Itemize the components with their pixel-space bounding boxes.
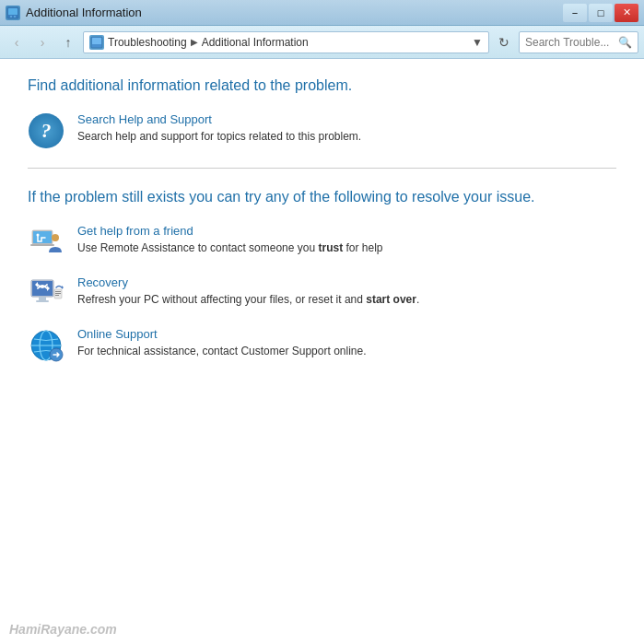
main-heading: Find additional information related to t… bbox=[28, 77, 616, 94]
section-divider bbox=[28, 168, 616, 169]
svg-rect-22 bbox=[55, 295, 59, 296]
svg-rect-15 bbox=[39, 297, 46, 300]
recovery-post: . bbox=[416, 293, 419, 306]
minimize-button[interactable]: − bbox=[563, 4, 587, 22]
title-bar: Additional Information − □ ✕ bbox=[0, 0, 644, 26]
recovery-pre: Refresh your PC without affecting your f… bbox=[77, 293, 366, 306]
main-content: Find additional information related to t… bbox=[0, 59, 644, 644]
recovery-icon-container bbox=[28, 275, 64, 312]
get-help-post: for help bbox=[343, 241, 382, 254]
refresh-button[interactable]: ↻ bbox=[493, 31, 515, 53]
breadcrumb-current: Additional Information bbox=[202, 36, 309, 49]
search-help-description: Search help and support for topics relat… bbox=[77, 128, 361, 145]
search-help-desc-text: Search help and support for topics relat… bbox=[77, 130, 361, 143]
svg-point-3 bbox=[10, 16, 12, 18]
get-help-trust: trust bbox=[318, 241, 343, 254]
svg-point-11 bbox=[52, 234, 59, 241]
svg-rect-20 bbox=[55, 291, 61, 292]
address-bar: Troubleshooting ▶ Additional Information… bbox=[83, 31, 489, 53]
globe-icon bbox=[29, 328, 64, 363]
address-icon bbox=[89, 35, 104, 50]
search-help-icon: ? bbox=[28, 112, 64, 149]
app-icon bbox=[6, 6, 20, 20]
svg-marker-23 bbox=[62, 286, 64, 289]
online-support-icon-container bbox=[28, 327, 64, 364]
breadcrumb-arrow: ▶ bbox=[191, 37, 198, 47]
section-search: ? Search Help and Support Search help an… bbox=[28, 112, 616, 149]
back-button[interactable]: ‹ bbox=[6, 31, 28, 53]
item-row-recovery: Recovery Refresh your PC without affecti… bbox=[28, 275, 616, 312]
up-button[interactable]: ↑ bbox=[57, 31, 79, 53]
search-input[interactable] bbox=[525, 36, 615, 49]
recovery-content: Recovery Refresh your PC without affecti… bbox=[77, 275, 419, 308]
svg-point-4 bbox=[14, 16, 16, 18]
svg-rect-1 bbox=[8, 8, 18, 15]
svg-rect-16 bbox=[36, 300, 49, 302]
search-button[interactable]: 🔍 bbox=[618, 36, 632, 49]
section2-heading: If the problem still exists you can try … bbox=[28, 187, 616, 207]
item-row-online-support: Online Support For technical assistance,… bbox=[28, 327, 616, 364]
svg-rect-21 bbox=[55, 293, 61, 294]
online-support-link[interactable]: Online Support bbox=[77, 327, 367, 341]
svg-rect-6 bbox=[92, 38, 101, 44]
nav-bar: ‹ › ↑ Troubleshooting ▶ Additional Infor… bbox=[0, 26, 644, 59]
address-dropdown-button[interactable]: ▼ bbox=[472, 36, 483, 49]
recovery-link[interactable]: Recovery bbox=[77, 275, 419, 289]
window-title: Additional Information bbox=[26, 6, 142, 19]
get-help-link[interactable]: Get help from a friend bbox=[77, 224, 383, 238]
search-box: 🔍 bbox=[519, 31, 638, 53]
item-row-search-help: ? Search Help and Support Search help an… bbox=[28, 112, 616, 149]
svg-rect-2 bbox=[8, 16, 18, 18]
search-help-content: Search Help and Support Search help and … bbox=[77, 112, 361, 145]
item-row-get-help: Get help from a friend Use Remote Assist… bbox=[28, 224, 616, 261]
svg-rect-10 bbox=[30, 244, 54, 246]
online-support-pre: For technical assistance, contact Custom… bbox=[77, 345, 367, 357]
maximize-button[interactable]: □ bbox=[589, 4, 613, 22]
section-additional: If the problem still exists you can try … bbox=[28, 187, 616, 364]
get-help-content: Get help from a friend Use Remote Assist… bbox=[77, 224, 383, 256]
breadcrumb-parent: Troubleshooting bbox=[108, 36, 187, 49]
svg-point-12 bbox=[37, 234, 40, 237]
get-help-description: Use Remote Assistance to contact someone… bbox=[77, 240, 383, 256]
search-help-link[interactable]: Search Help and Support bbox=[77, 112, 361, 126]
online-support-content: Online Support For technical assistance,… bbox=[77, 327, 367, 359]
forward-button[interactable]: › bbox=[31, 31, 53, 53]
recovery-trust: start over bbox=[366, 293, 416, 306]
get-help-icon bbox=[28, 224, 64, 261]
online-support-description: For technical assistance, contact Custom… bbox=[77, 343, 367, 359]
recovery-icon bbox=[29, 276, 64, 311]
window-controls: − □ ✕ bbox=[563, 4, 638, 22]
title-bar-left: Additional Information bbox=[6, 6, 142, 20]
remote-assistance-icon bbox=[29, 225, 64, 260]
svg-rect-7 bbox=[92, 45, 101, 47]
recovery-description: Refresh your PC without affecting your f… bbox=[77, 291, 419, 308]
question-mark-icon: ? bbox=[29, 113, 64, 148]
close-button[interactable]: ✕ bbox=[615, 4, 638, 22]
get-help-pre: Use Remote Assistance to contact someone… bbox=[77, 241, 318, 254]
